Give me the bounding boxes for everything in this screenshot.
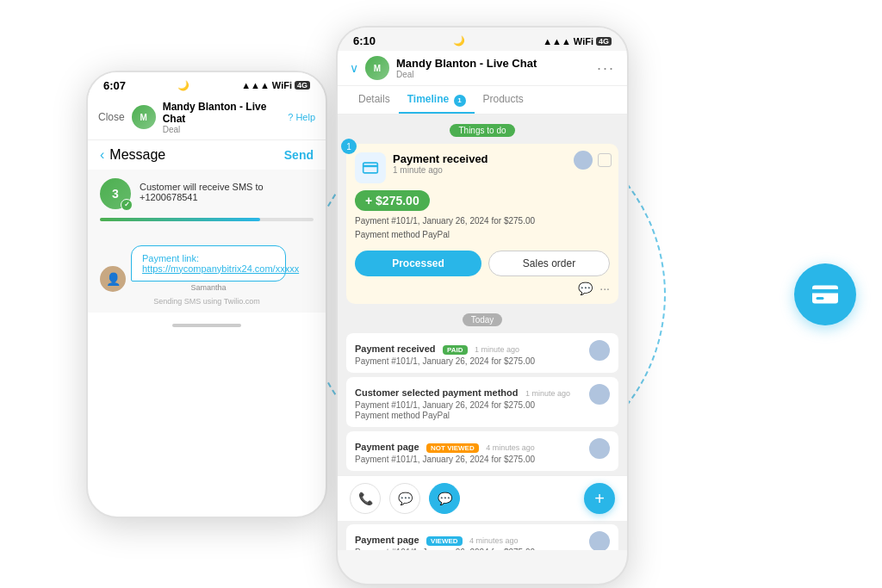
- close-button[interactable]: Close: [98, 111, 125, 123]
- ti-content-2: Payment page NOT VIEWED 4 minutes ago Pa…: [355, 438, 582, 464]
- processed-button[interactable]: Processed: [355, 251, 481, 276]
- ti-time-2: 4 minutes ago: [486, 443, 535, 452]
- dot-menu-icon[interactable]: ···: [597, 59, 615, 77]
- svg-rect-2: [817, 297, 824, 300]
- contact-name-right: Mandy Blanton - Live Chat: [396, 57, 590, 70]
- time-right: 6:10: [353, 34, 376, 47]
- tabs-row: Details Timeline 1 Products: [338, 86, 627, 115]
- ti-content-0: Payment received PAID 1 minute ago Payme…: [355, 340, 582, 366]
- right-nav: ∨ M Mandy Blanton - Live Chat Deal ···: [338, 51, 627, 86]
- contact-title-left: Mandy Blanton - Live Chat Deal: [163, 101, 282, 134]
- phone-left: 6:07 🌙 ▲▲▲ WiFi 4G Close M Mandy Blanton…: [86, 71, 327, 518]
- payment-detail-line2: Payment method PayPal: [355, 228, 610, 242]
- payment-card-icon: [810, 279, 841, 310]
- timeline-item-2: Payment page NOT VIEWED 4 minutes ago Pa…: [346, 431, 618, 472]
- tab-products[interactable]: Products: [475, 86, 532, 114]
- back-arrow-icon[interactable]: ‹: [100, 147, 104, 163]
- timeline-item-1: Customer selected payment method 1 minut…: [346, 377, 618, 428]
- ti-title-1: Customer selected payment method: [355, 387, 519, 398]
- card-footer: 💬 ···: [355, 282, 610, 295]
- payment-received-title: Payment received: [393, 152, 488, 165]
- status-bar-right: 6:10 🌙 ▲▲▲ WiFi 4G: [338, 28, 627, 51]
- ti-badge-0: PAID: [443, 345, 468, 355]
- phone-right: 6:10 🌙 ▲▲▲ WiFi 4G ∨ M Mandy Blanton - L…: [336, 26, 629, 585]
- ti-avatar-0: [589, 340, 610, 361]
- ti-detail-3: Payment #101/1, January 26, 2024 for $27…: [355, 548, 582, 550]
- svg-rect-0: [812, 285, 838, 303]
- svg-rect-3: [363, 163, 378, 173]
- wifi-icon-left: WiFi: [272, 80, 292, 90]
- card-avatar: [574, 151, 593, 170]
- ti-detail-1b: Payment method PayPal: [355, 411, 582, 420]
- status-icons-left: ▲▲▲ WiFi 4G: [241, 80, 310, 90]
- status-bar-right-moon: 🌙: [453, 35, 465, 46]
- timeline-badge: 1: [454, 95, 466, 107]
- scene: 6:07 🌙 ▲▲▲ WiFi 4G Close M Mandy Blanton…: [0, 0, 882, 588]
- chat-icon-2[interactable]: 💬: [429, 483, 460, 514]
- ti-detail-2: Payment #101/1, January 26, 2024 for $27…: [355, 455, 582, 464]
- ti-detail-0: Payment #101/1, January 26, 2024 for $27…: [355, 356, 582, 366]
- svg-rect-1: [812, 289, 838, 294]
- chat-bubble: Payment link: https://mycompanybitrix24.…: [131, 245, 286, 282]
- ti-title-2: Payment page: [355, 442, 419, 452]
- payment-icon: [362, 159, 379, 176]
- nav-bar-left: Close M Mandy Blanton - Live Chat Deal ?…: [88, 96, 326, 140]
- ti-title-row-1: Customer selected payment method 1 minut…: [355, 384, 582, 399]
- card-checkbox[interactable]: [598, 153, 612, 167]
- check-icon: ✓: [121, 199, 133, 211]
- chat-area: 👤 Payment link: https://mycompanybitrix2…: [88, 238, 326, 313]
- battery-icon-right: 4G: [596, 37, 612, 46]
- add-fab-button[interactable]: +: [584, 483, 615, 514]
- payment-icon-box: [355, 152, 386, 183]
- help-button[interactable]: ? Help: [288, 112, 315, 122]
- home-indicator-left: [172, 324, 241, 327]
- payment-received-time: 1 minute ago: [393, 165, 488, 175]
- status-bar-left: 6:07 🌙 ▲▲▲ WiFi 4G: [88, 72, 326, 96]
- more-icon[interactable]: ···: [599, 282, 610, 295]
- chat-icon-1[interactable]: 💬: [389, 483, 420, 514]
- message-title: Message: [109, 147, 283, 163]
- ti-content-1: Customer selected payment method 1 minut…: [355, 384, 582, 420]
- progress-fill: [100, 218, 260, 221]
- chevron-down-icon[interactable]: ∨: [350, 61, 358, 75]
- time-left: 6:07: [103, 79, 126, 92]
- battery-icon-left: 4G: [295, 81, 310, 90]
- payment-card: 1 Payment received 1 minute ago: [346, 144, 618, 304]
- chat-avatar: 👤: [100, 266, 126, 292]
- action-buttons: Processed Sales order: [355, 251, 610, 276]
- contact-sub-right: Deal: [396, 70, 590, 79]
- step-row: 3 ✓ Customer will receive SMS to +120067…: [100, 178, 314, 209]
- twilio-note: Sending SMS using Twilio.com: [100, 297, 314, 306]
- payment-icon-circle: [794, 263, 856, 325]
- action-icons-row: 📞 💬 💬 +: [338, 475, 627, 521]
- ti-time-1: 1 minute ago: [525, 389, 570, 398]
- comment-icon[interactable]: 💬: [578, 282, 593, 295]
- payment-link-url[interactable]: https://mycompanybitrix24.com/xxxxx: [142, 263, 275, 274]
- svg-rect-4: [363, 165, 378, 168]
- ti-badge-2: NOT VIEWED: [426, 443, 479, 453]
- ti-avatar-3: [589, 531, 610, 550]
- ti-title-row-2: Payment page NOT VIEWED 4 minutes ago: [355, 438, 582, 454]
- tab-timeline[interactable]: Timeline 1: [399, 86, 475, 114]
- contact-title-right: Mandy Blanton - Live Chat Deal: [396, 57, 590, 79]
- ti-title-3: Payment page: [355, 535, 419, 545]
- things-to-do-label: Things to do: [338, 121, 627, 137]
- phone-icon[interactable]: 📞: [350, 483, 381, 514]
- step-circle: 3 ✓: [100, 178, 131, 209]
- amount-badge: + $275.00: [355, 190, 430, 211]
- card-actions: [574, 151, 612, 170]
- payment-badge-num: 1: [341, 139, 357, 154]
- tab-details[interactable]: Details: [350, 86, 399, 114]
- signal-icon-left: ▲▲▲: [241, 80, 270, 90]
- sales-order-button[interactable]: Sales order: [488, 251, 610, 276]
- ti-avatar-1: [589, 384, 610, 405]
- ti-title-0: Payment received: [355, 344, 436, 354]
- contact-avatar-left: M: [132, 105, 156, 129]
- timeline-item-0: Payment received PAID 1 minute ago Payme…: [346, 333, 618, 374]
- ti-detail-1a: Payment #101/1, January 26, 2024 for $27…: [355, 400, 582, 410]
- timeline-item-3: Payment page VIEWED 4 minutes ago Paymen…: [346, 524, 618, 550]
- today-label: Today: [338, 311, 627, 326]
- send-button[interactable]: Send: [284, 148, 314, 162]
- message-header: ‹ Message Send: [88, 140, 326, 170]
- step-text: Customer will receive SMS to +1200678541: [140, 178, 314, 202]
